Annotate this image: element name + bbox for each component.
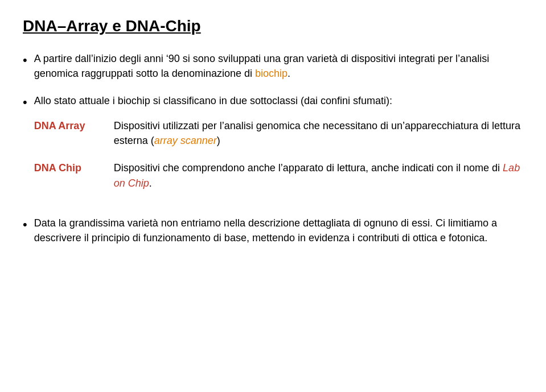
bullet-2-intro: Allo stato attuale i biochip si classifi… [34,95,392,106]
dna-chip-label: DNA Chip [34,160,114,175]
dna-array-label: DNA Array [34,118,114,133]
bullet-1-text: A partire dall’inizio degli anni ‘90 si … [34,51,523,81]
dna-array-row: DNA Array Dispositivi utilizzati per l’a… [34,118,523,148]
bullet-1: • A partire dall’inizio degli anni ‘90 s… [23,51,523,81]
bullet-1-highlight: biochip [255,68,288,79]
page-title: DNA–Array e DNA-Chip [23,17,523,35]
bullet-3: • Data la grandissima varietà non entria… [23,216,523,245]
bullet-icon-2: • [23,94,27,112]
dna-array-desc: Dispositivi utilizzati per l’analisi gen… [114,118,523,148]
dna-chip-desc-before: Dispositivi che comprendono anche l’appa… [114,162,503,174]
classification-block: DNA Array Dispositivi utilizzati per l’a… [34,118,523,190]
bullet-1-text-after: . [288,68,290,79]
dna-chip-desc-after: . [149,178,152,189]
dna-chip-row: DNA Chip Dispositivi che comprendono anc… [34,160,523,190]
bullet-icon-3: • [23,216,27,234]
dna-array-highlight: array scanner [154,135,217,146]
dna-array-desc-after: ) [217,135,220,146]
bullet-2: • Allo stato attuale i biochip si classi… [23,93,523,203]
dna-chip-desc: Dispositivi che comprendono anche l’appa… [114,160,523,190]
bullet-icon-1: • [23,52,27,69]
bullet-3-text: Data la grandissima varietà non entriamo… [34,216,523,245]
bullet-2-content: Allo stato attuale i biochip si classifi… [34,93,523,203]
